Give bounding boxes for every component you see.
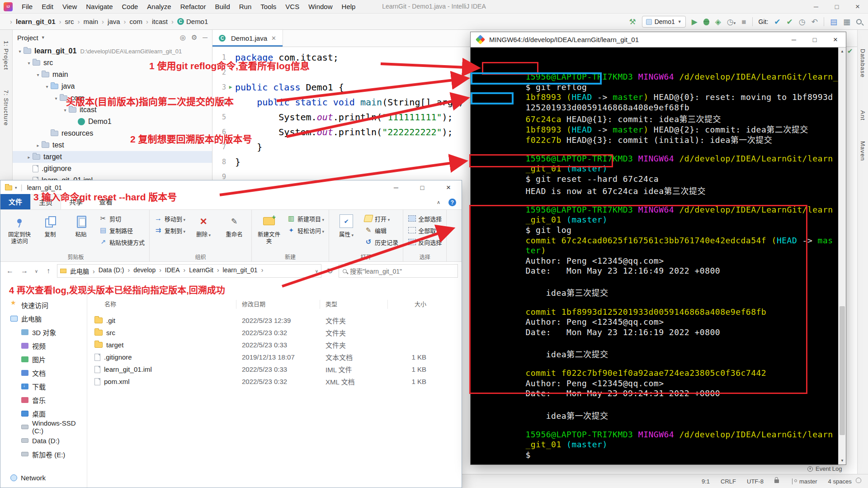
- nav-item[interactable]: 此电脑: [0, 312, 87, 325]
- idea-close-button[interactable]: ×: [847, 0, 868, 14]
- ribbon-tab[interactable]: 共享: [61, 194, 91, 209]
- tool-stripe-item-ant[interactable]: Ant: [859, 110, 866, 121]
- status-item[interactable]: 4 spaces: [828, 478, 852, 485]
- file-row[interactable]: pom.xml 2022/5/23 0:32 XML 文档 1 KB: [87, 375, 462, 388]
- breadcrumb-item[interactable]: C Demo1: [168, 18, 208, 25]
- nav-item[interactable]: Windows-SSD (C:): [0, 420, 87, 434]
- ribbon-item[interactable]: 复制路径: [98, 224, 146, 236]
- ribbon-item[interactable]: 新建项目: [286, 213, 325, 224]
- tree-row[interactable]: ▾ main: [13, 69, 212, 81]
- menu-item[interactable]: Build: [210, 0, 234, 14]
- address-crumb[interactable]: Data (D:): [99, 266, 133, 275]
- column-header[interactable]: 大小: [388, 300, 440, 309]
- tree-chevron-icon[interactable]: ▸: [34, 143, 42, 148]
- rollback-button[interactable]: ↶: [811, 18, 818, 26]
- locate-file-icon[interactable]: ◎: [180, 33, 186, 42]
- ribbon-item[interactable]: 复制: [37, 213, 64, 252]
- tree-row[interactable]: .gitignore: [13, 163, 212, 175]
- menu-item[interactable]: File: [17, 0, 37, 14]
- nav-item[interactable]: 快速访问: [0, 298, 87, 312]
- notifications-icon[interactable]: [856, 478, 861, 483]
- tree-row[interactable]: Demo1: [13, 116, 212, 128]
- ribbon-item[interactable]: 固定到快速访问: [6, 213, 33, 252]
- breadcrumb-item[interactable]: C learn_git_01: [6, 18, 56, 25]
- status-item[interactable]: master: [792, 478, 817, 485]
- shelf-button[interactable]: ▤: [830, 18, 837, 26]
- run-button[interactable]: ▶: [692, 18, 698, 26]
- ribbon-tab[interactable]: 主页: [30, 194, 61, 209]
- status-item[interactable]: [774, 479, 781, 483]
- ribbon-item[interactable]: 反向选择: [407, 236, 443, 248]
- tree-chevron-icon[interactable]: ▾: [16, 49, 24, 54]
- event-log[interactable]: Event Log: [807, 465, 842, 472]
- menu-item[interactable]: View: [58, 0, 81, 14]
- idea-minimize-button[interactable]: ─: [806, 0, 826, 14]
- nav-item[interactable]: 文档: [0, 366, 87, 379]
- nav-item[interactable]: 视频: [0, 339, 87, 352]
- tab-demo1-java[interactable]: C Demo1.java ✕: [212, 30, 283, 47]
- ribbon-collapse-icon[interactable]: ∧: [437, 199, 440, 205]
- menu-item[interactable]: VCS: [281, 0, 304, 14]
- breadcrumb-item[interactable]: C com: [120, 18, 142, 25]
- ribbon-item[interactable]: 粘贴: [67, 213, 94, 252]
- nav-item[interactable]: 图片: [0, 352, 87, 366]
- breadcrumb-item[interactable]: C main: [74, 18, 99, 25]
- breadcrumb-item[interactable]: C itcast: [142, 18, 168, 25]
- idea-maximize-button[interactable]: □: [826, 0, 847, 14]
- gear-icon[interactable]: ⚙: [191, 33, 197, 42]
- tree-row[interactable]: ▾ java: [13, 81, 212, 92]
- tree-row[interactable]: ▾ com: [13, 92, 212, 104]
- column-header[interactable]: 类型: [320, 300, 388, 309]
- menu-item[interactable]: Help: [337, 0, 360, 14]
- terminal-body[interactable]: 15956@LAPTOP-TRI7KMD3 MINGW64 /d/develop…: [471, 47, 846, 464]
- menu-item[interactable]: Refactor: [176, 0, 211, 14]
- tree-chevron-icon[interactable]: ▸: [25, 155, 33, 160]
- ribbon-tab[interactable]: 查看: [91, 194, 121, 209]
- explorer-maximize-button[interactable]: □: [409, 180, 435, 195]
- tab-close-icon[interactable]: ✕: [271, 35, 276, 42]
- breadcrumb-item[interactable]: C java: [98, 18, 120, 25]
- ribbon-item[interactable]: 粘贴快捷方式: [98, 236, 146, 248]
- chevron-down-icon[interactable]: ▼: [41, 35, 45, 40]
- run-config-select[interactable]: Demo1 ▼: [642, 16, 686, 28]
- tool-stripe-item-database[interactable]: Database: [859, 49, 866, 78]
- menu-item[interactable]: Run: [235, 0, 256, 14]
- help-icon[interactable]: ?: [448, 199, 456, 206]
- quick-access-toolbar-dropdown-icon[interactable]: ▾: [15, 185, 17, 190]
- terminal-scrollbar[interactable]: ▲ ▼: [838, 47, 846, 464]
- column-header[interactable]: 名称: [87, 300, 236, 309]
- ribbon-item[interactable]: 剪切: [98, 213, 146, 224]
- nav-item[interactable]: Network: [0, 471, 87, 484]
- status-item[interactable]: 9:1: [702, 478, 710, 485]
- hide-panel-icon[interactable]: ─: [203, 33, 208, 42]
- build-hammer-icon[interactable]: ⚒: [629, 18, 636, 26]
- tree-row[interactable]: resources: [13, 128, 212, 139]
- recent-locations-icon[interactable]: ∨: [33, 265, 40, 277]
- ribbon-item[interactable]: 新建文件夹: [255, 213, 283, 252]
- search-box[interactable]: 搜索"learn_git_01": [339, 264, 458, 278]
- address-crumb[interactable]: IDEA: [165, 266, 189, 275]
- tree-chevron-icon[interactable]: ▾: [43, 84, 51, 89]
- ribbon-item[interactable]: 重命名: [221, 213, 248, 252]
- ribbon-item[interactable]: 移动到: [153, 213, 186, 224]
- file-row[interactable]: src 2022/5/23 0:32 文件夹: [87, 327, 462, 339]
- git-commit-button[interactable]: ✔: [787, 18, 793, 26]
- ribbon-item[interactable]: 全部取消: [407, 224, 443, 236]
- ribbon-item[interactable]: 打开: [363, 213, 399, 224]
- menu-item[interactable]: Analyze: [142, 0, 175, 14]
- tool-windows-button[interactable]: ▦: [843, 18, 850, 26]
- column-header[interactable]: 修改日期: [236, 300, 320, 309]
- tree-chevron-icon[interactable]: ▾: [61, 108, 69, 113]
- nav-item[interactable]: 桌面: [0, 407, 87, 420]
- nav-item[interactable]: 音乐: [0, 393, 87, 407]
- inspections-ok-icon[interactable]: ✔: [847, 47, 853, 55]
- ribbon-item[interactable]: 轻松访问: [286, 224, 325, 236]
- git-update-button[interactable]: ✔: [774, 18, 780, 26]
- menu-item[interactable]: Window: [304, 0, 337, 14]
- tree-chevron-icon[interactable]: ▾: [34, 72, 42, 77]
- ribbon-item[interactable]: 复制到: [153, 224, 186, 236]
- nav-item[interactable]: Data (D:): [0, 434, 87, 447]
- ribbon-item[interactable]: 编辑: [363, 224, 399, 236]
- tree-chevron-icon[interactable]: ▾: [25, 61, 33, 66]
- refresh-button[interactable]: ↻: [324, 265, 336, 277]
